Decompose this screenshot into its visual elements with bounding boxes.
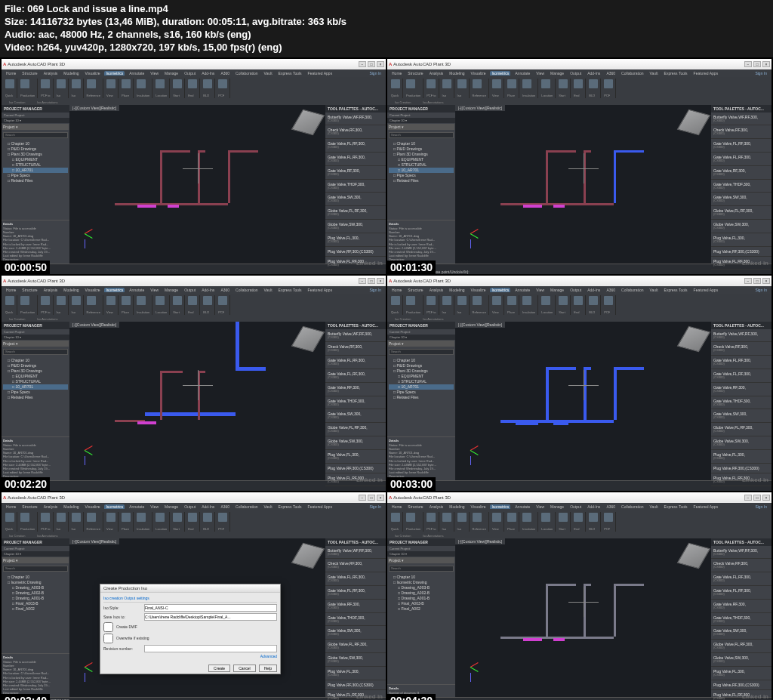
- ribbon-icon[interactable]: [427, 79, 436, 88]
- viewcube[interactable]: [291, 109, 325, 135]
- palette-item[interactable]: Gate Valve,FL,RF,300,(CS300): [711, 369, 771, 383]
- project-dropdown[interactable]: Chapter 10 ▾: [387, 551, 455, 557]
- project-dropdown[interactable]: Chapter 10 ▾: [387, 335, 455, 340]
- help-button[interactable]: Help: [259, 665, 277, 672]
- palette-item[interactable]: Gate Valve,RF,300,(CS300): [711, 166, 771, 180]
- ribbon-tab[interactable]: Manage: [163, 504, 180, 509]
- drawing-viewport[interactable]: [-][Custom View][Realistic]: [69, 105, 325, 264]
- ribbon-icon[interactable]: [188, 79, 197, 88]
- tree-item[interactable]: □ P&ID Drawings: [389, 146, 454, 152]
- ribbon-tab[interactable]: Analysis: [428, 504, 445, 509]
- ribbon-icon[interactable]: [559, 513, 568, 522]
- ribbon-icon[interactable]: [522, 79, 531, 88]
- palette-item[interactable]: Plug Valve,RF,300,(CS300): [711, 247, 771, 257]
- ribbon-tab[interactable]: Visualize: [84, 504, 102, 509]
- ribbon-icon[interactable]: [427, 296, 436, 305]
- ribbon-tab[interactable]: Add-Ins: [200, 504, 216, 509]
- tree-item[interactable]: □ Plant 3D Drawings: [389, 152, 454, 157]
- ribbon-tab[interactable]: A360: [605, 288, 617, 292]
- tree-item[interactable]: □ Related Files: [3, 178, 68, 183]
- maximize-icon[interactable]: □: [368, 61, 375, 67]
- ribbon-icon[interactable]: [72, 296, 81, 305]
- pipe-segment[interactable]: [584, 150, 586, 203]
- pipe-segment[interactable]: [160, 371, 162, 420]
- palette-item[interactable]: Plug Valve,RF,300,(CS300): [711, 680, 771, 690]
- palette-item[interactable]: Check Valve,RF,300,(CS300): [711, 559, 771, 572]
- ribbon-tab[interactable]: A360: [219, 504, 231, 509]
- ribbon-icon[interactable]: [442, 79, 451, 88]
- ribbon-tab[interactable]: A360: [605, 71, 617, 76]
- palette-item[interactable]: Butterfly Valve,WF,RF,300,(CS300): [325, 113, 386, 126]
- palette-item[interactable]: Plug Valve,RF,300,(CS300): [711, 464, 771, 473]
- ribbon-tab[interactable]: Visualize: [84, 288, 102, 292]
- palette-item[interactable]: Plug Valve,RF,300,(CS300): [325, 464, 386, 473]
- pipe-segment[interactable]: [145, 412, 236, 416]
- command-line[interactable]: Command: ≡▸ Type a command: [2, 480, 386, 491]
- tree-item[interactable]: □ Drawing_A003-B: [3, 585, 68, 591]
- tree-item[interactable]: □ 10_AR701: [389, 384, 454, 390]
- ribbon-icon[interactable]: [522, 296, 531, 305]
- ribbon-tab[interactable]: Home: [5, 288, 17, 292]
- ribbon-tab[interactable]: Collaboration: [620, 504, 645, 509]
- ribbon-icon[interactable]: [106, 296, 115, 305]
- palette-item[interactable]: Plug Valve,FL,300,(CS300): [325, 667, 386, 680]
- ribbon-icon[interactable]: [457, 513, 467, 522]
- ribbon-icon[interactable]: [541, 513, 550, 522]
- pipe-segment[interactable]: [584, 150, 591, 153]
- ribbon-tab[interactable]: Isometrics: [104, 504, 125, 509]
- tree-item[interactable]: □ Related Files: [389, 178, 454, 183]
- revision-input[interactable]: [144, 645, 277, 652]
- project-dropdown[interactable]: Chapter 10 ▾: [387, 118, 455, 123]
- ribbon-icon[interactable]: [72, 79, 81, 88]
- search-input[interactable]: Search: [3, 566, 68, 572]
- ribbon-tab[interactable]: Manage: [549, 71, 565, 76]
- ribbon-icon[interactable]: [5, 296, 14, 305]
- ribbon-icon[interactable]: [589, 513, 598, 522]
- ribbon-tab[interactable]: Output: [568, 71, 583, 76]
- pipe-segment[interactable]: [516, 421, 538, 425]
- ribbon-icon[interactable]: [57, 296, 66, 305]
- ribbon-tab[interactable]: Annotate: [513, 504, 531, 509]
- ribbon-icon[interactable]: [541, 79, 550, 88]
- palette-item[interactable]: Plug Valve,RF,300,(CS300): [325, 680, 386, 690]
- tree-item[interactable]: □ EQUIPMENT: [3, 157, 68, 162]
- pipe-segment[interactable]: [546, 367, 576, 370]
- ribbon-tab[interactable]: Isometrics: [490, 71, 510, 76]
- tree-item[interactable]: □ EQUIPMENT: [389, 374, 454, 379]
- ribbon-tab[interactable]: Express Tools: [277, 504, 303, 509]
- ribbon-icon[interactable]: [20, 296, 29, 305]
- search-input[interactable]: Search: [3, 132, 68, 138]
- ribbon-icon[interactable]: [406, 513, 415, 522]
- palette-item[interactable]: Gate Valve,SW,300,(CS300): [711, 409, 771, 423]
- ribbon-icon[interactable]: [137, 513, 146, 522]
- ribbon-tab[interactable]: Add-Ins: [586, 504, 602, 509]
- ribbon-icon[interactable]: [218, 296, 227, 305]
- viewport-tab[interactable]: [-][Custom View][Realistic]: [455, 322, 505, 328]
- viewcube[interactable]: [677, 109, 711, 135]
- close-icon[interactable]: ×: [762, 278, 770, 284]
- tree-item[interactable]: □ STRUCTURAL: [3, 162, 68, 168]
- palette-item[interactable]: Butterfly Valve,WF,RF,300,(CS300): [711, 329, 771, 343]
- pipe-segment[interactable]: [584, 367, 587, 420]
- ribbon-tab[interactable]: Modeling: [448, 71, 466, 76]
- ribbon-icon[interactable]: [492, 296, 501, 305]
- tree-item[interactable]: □ Chapter 10: [389, 358, 454, 363]
- ribbon-tab[interactable]: View: [534, 504, 546, 509]
- ribbon-icon[interactable]: [41, 513, 50, 522]
- ribbon-icon[interactable]: [122, 79, 131, 88]
- minimize-icon[interactable]: −: [744, 278, 752, 284]
- palette-item[interactable]: Gate Valve,FL,RF,300,(CS300): [711, 356, 771, 369]
- pipe-segment[interactable]: [584, 584, 586, 637]
- ribbon-tab[interactable]: Vault: [648, 71, 660, 76]
- palette-item[interactable]: Butterfly Valve,WF,RF,300,(CS300): [325, 546, 386, 560]
- ribbon-icon[interactable]: [589, 296, 598, 305]
- palette-item[interactable]: Globe Valve,SW,300,(CS300): [325, 220, 386, 233]
- ribbon-tab[interactable]: Visualize: [470, 71, 488, 76]
- tree-item[interactable]: □ Chapter 10: [389, 141, 454, 146]
- ribbon-tab[interactable]: Structure: [20, 288, 38, 292]
- ribbon-icon[interactable]: [473, 296, 482, 305]
- palette-item[interactable]: Globe Valve,FL,RF,300,(CS300): [711, 206, 771, 220]
- palette-item[interactable]: Check Valve,RF,300,(CS300): [711, 342, 771, 356]
- ribbon-tab[interactable]: Output: [568, 504, 583, 509]
- pipe-segment[interactable]: [553, 638, 565, 641]
